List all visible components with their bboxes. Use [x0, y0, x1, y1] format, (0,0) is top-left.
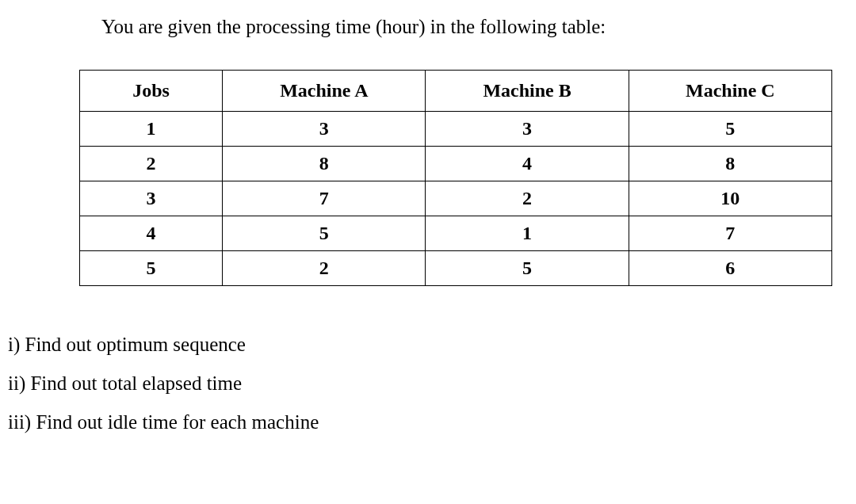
header-machine-b: Machine B — [426, 71, 629, 112]
cell-job: 4 — [80, 216, 223, 251]
cell-machine-b: 5 — [426, 251, 629, 286]
question-1: i) Find out optimum sequence — [8, 326, 856, 365]
cell-machine-a: 5 — [223, 216, 426, 251]
cell-machine-c: 7 — [629, 216, 831, 251]
table-row: 3 7 2 10 — [80, 181, 832, 216]
cell-job: 1 — [80, 112, 223, 147]
cell-machine-c: 10 — [629, 181, 831, 216]
cell-job: 2 — [80, 147, 223, 181]
cell-machine-b: 3 — [426, 112, 629, 147]
header-jobs: Jobs — [80, 71, 223, 112]
questions-list: i) Find out optimum sequence ii) Find ou… — [8, 326, 856, 441]
cell-machine-b: 2 — [426, 181, 629, 216]
table-row: 2 8 4 8 — [80, 147, 832, 181]
cell-machine-c: 8 — [629, 147, 831, 181]
cell-machine-a: 8 — [223, 147, 426, 181]
cell-job: 3 — [80, 181, 223, 216]
cell-machine-c: 5 — [629, 112, 831, 147]
cell-machine-c: 6 — [629, 251, 831, 286]
table-row: 4 5 1 7 — [80, 216, 832, 251]
header-machine-a: Machine A — [223, 71, 426, 112]
cell-machine-b: 4 — [426, 147, 629, 181]
header-machine-c: Machine C — [629, 71, 831, 112]
intro-text: You are given the processing time (hour)… — [101, 16, 856, 38]
cell-machine-a: 2 — [223, 251, 426, 286]
table-row: 1 3 3 5 — [80, 112, 832, 147]
table-header-row: Jobs Machine A Machine B Machine C — [80, 71, 832, 112]
cell-machine-a: 7 — [223, 181, 426, 216]
cell-machine-a: 3 — [223, 112, 426, 147]
cell-machine-b: 1 — [426, 216, 629, 251]
question-2: ii) Find out total elapsed time — [8, 365, 856, 403]
table-row: 5 2 5 6 — [80, 251, 832, 286]
question-3: iii) Find out idle time for each machine — [8, 403, 856, 442]
processing-time-table: Jobs Machine A Machine B Machine C 1 3 3… — [79, 70, 832, 286]
processing-time-table-container: Jobs Machine A Machine B Machine C 1 3 3… — [79, 70, 824, 286]
cell-job: 5 — [80, 251, 223, 286]
